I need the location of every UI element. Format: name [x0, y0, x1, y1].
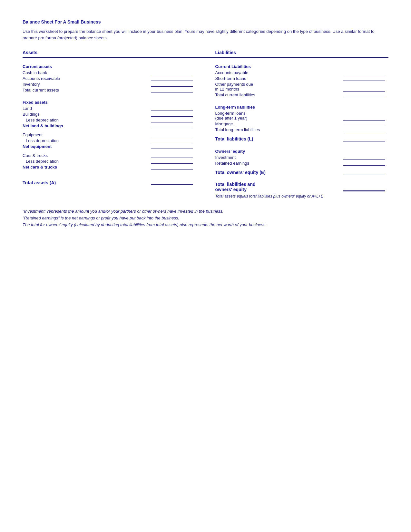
- page-title: Balance Sheet For A Small Business: [23, 19, 388, 24]
- assets-column: Current assets Cash in bank Accounts rec…: [23, 61, 209, 198]
- fixed-assets-title: Fixed assets: [23, 100, 196, 105]
- total-owners-equity-field[interactable]: [343, 170, 385, 175]
- net-land-buildings-field[interactable]: [151, 124, 193, 128]
- footnotes-section: "Investment" represents the amount you a…: [23, 208, 388, 228]
- accounts-payable-field[interactable]: [343, 71, 385, 75]
- less-depreciation-3-row: Less depreciation: [26, 159, 196, 164]
- total-current-assets-field[interactable]: [151, 88, 193, 92]
- equipment-row: Equipment: [23, 132, 196, 137]
- cars-trucks-row: Cars & trucks: [23, 153, 196, 158]
- long-term-liabilities-title: Long-term liabilities: [215, 105, 389, 110]
- accounts-receivable-row: Accounts receivable: [23, 76, 196, 81]
- total-long-term-field[interactable]: [343, 128, 385, 132]
- less-depreciation-1-field[interactable]: [151, 118, 193, 122]
- total-liabilities-equity-field[interactable]: [343, 187, 385, 191]
- less-depreciation-3-field[interactable]: [151, 159, 193, 164]
- equipment-field[interactable]: [151, 133, 193, 137]
- long-term-loans-field[interactable]: [343, 116, 385, 121]
- inventory-field[interactable]: [151, 82, 193, 87]
- current-liabilities-title: Current Liabilities: [215, 64, 389, 69]
- cash-in-bank-row: Cash in bank: [23, 70, 196, 75]
- less-depreciation-2-row: Less depreciation: [26, 138, 196, 143]
- total-liabilities-equity-block: Total liabilities and owners' equity Tot…: [215, 182, 389, 198]
- less-depreciation-1-row: Less depreciation: [26, 118, 196, 122]
- investment-field[interactable]: [343, 155, 385, 160]
- cars-trucks-field[interactable]: [151, 153, 193, 158]
- footnote-3: The total for owners' equity (calculated…: [23, 222, 388, 228]
- intro-paragraph: Use this worksheet to prepare the balanc…: [23, 28, 388, 41]
- net-cars-trucks-field[interactable]: [151, 165, 193, 169]
- short-term-loans-field[interactable]: [343, 76, 385, 81]
- less-depreciation-2-field[interactable]: [151, 139, 193, 143]
- retained-earnings-row: Retained earnings: [215, 161, 389, 166]
- retained-earnings-field[interactable]: [343, 161, 385, 166]
- total-assets-field[interactable]: [151, 181, 193, 185]
- accounts-receivable-field[interactable]: [151, 76, 193, 81]
- current-assets-title: Current assets: [23, 64, 196, 69]
- cash-in-bank-field[interactable]: [151, 71, 193, 75]
- total-liabilities-field[interactable]: [343, 137, 385, 141]
- land-row: Land: [23, 106, 196, 111]
- total-assets-row: Total assets (A): [23, 180, 196, 185]
- total-long-term-row: Total long-term liabilities: [215, 127, 389, 132]
- total-owners-equity-row: Total owners' equity (E): [215, 170, 389, 175]
- mortgage-field[interactable]: [343, 122, 385, 126]
- liabilities-column-header: Liabilities: [215, 50, 389, 57]
- total-current-assets-row: Total current assets: [23, 88, 196, 92]
- net-cars-trucks-row: Net cars & trucks: [23, 165, 196, 169]
- mortgage-row: Mortgage: [215, 121, 389, 126]
- other-payments-row: Other payments due in 12 months: [215, 82, 389, 92]
- footnote-2: "Retained earnings" is the net earnings …: [23, 215, 388, 222]
- long-term-loans-row: Long-term loans (due after 1 year): [215, 111, 389, 121]
- short-term-loans-row: Short-term loans: [215, 76, 389, 81]
- net-equipment-field[interactable]: [151, 144, 193, 149]
- investment-row: Investment: [215, 155, 389, 160]
- buildings-row: Buildings: [23, 112, 196, 117]
- inventory-row: Inventory: [23, 82, 196, 87]
- footnote-1: "Investment" represents the amount you a…: [23, 208, 388, 215]
- owners-equity-title: Owners' equity: [215, 149, 389, 154]
- total-liabilities-row: Total liabilities (L): [215, 136, 389, 141]
- total-current-liabilities-field[interactable]: [343, 93, 385, 97]
- assets-column-header: Assets: [23, 50, 196, 57]
- net-equipment-row: Net equipment: [23, 144, 196, 149]
- accounts-payable-row: Accounts payable: [215, 70, 389, 75]
- total-current-liabilities-row: Total current liabilities: [215, 92, 389, 97]
- liabilities-column: Current Liabilities Accounts payable Sho…: [209, 61, 389, 198]
- net-land-buildings-row: Net land & buildings: [23, 123, 196, 128]
- total-note: Total assets equals total liabilities pl…: [215, 194, 389, 198]
- land-field[interactable]: [151, 106, 193, 111]
- other-payments-field[interactable]: [343, 87, 385, 92]
- buildings-field[interactable]: [151, 112, 193, 117]
